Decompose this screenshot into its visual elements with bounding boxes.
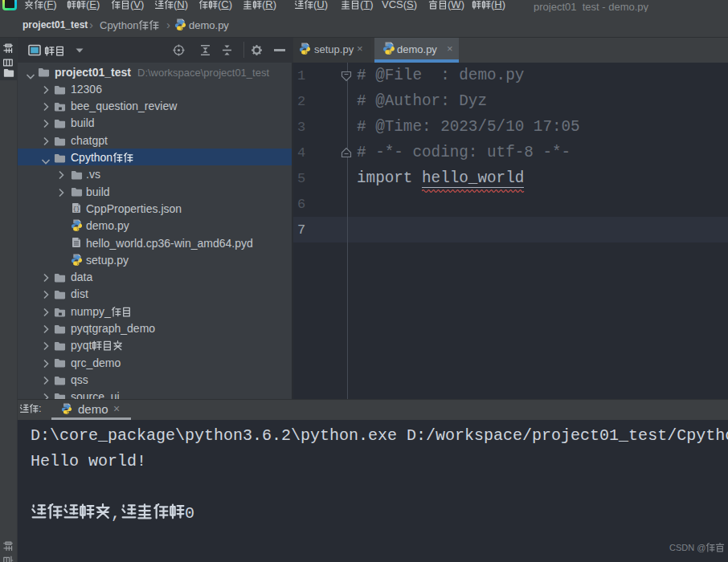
svg-text:{}: {} [73, 206, 80, 212]
